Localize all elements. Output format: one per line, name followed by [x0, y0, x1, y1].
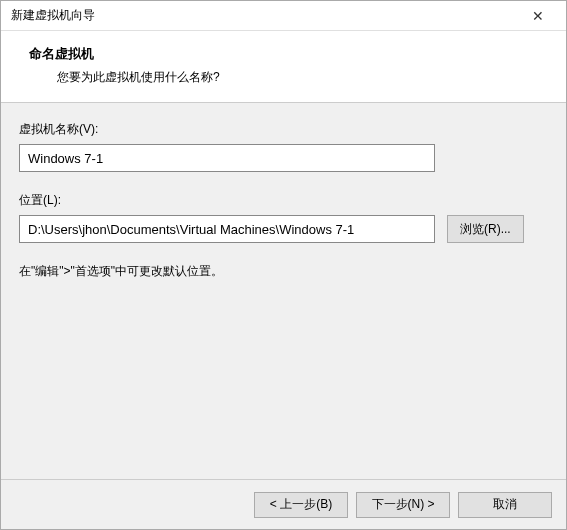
vm-name-label: 虚拟机名称(V):: [19, 121, 548, 138]
cancel-button[interactable]: 取消: [458, 492, 552, 518]
next-button[interactable]: 下一步(N) >: [356, 492, 450, 518]
vm-name-group: 虚拟机名称(V):: [19, 121, 548, 172]
wizard-footer: < 上一步(B) 下一步(N) > 取消: [1, 479, 566, 529]
back-button[interactable]: < 上一步(B): [254, 492, 348, 518]
header-subtitle: 您要为此虚拟机使用什么名称?: [57, 69, 548, 86]
location-row: 浏览(R)...: [19, 215, 548, 243]
wizard-window: 新建虚拟机向导 ✕ 命名虚拟机 您要为此虚拟机使用什么名称? 虚拟机名称(V):…: [0, 0, 567, 530]
wizard-content: 虚拟机名称(V): 位置(L): 浏览(R)... 在"编辑">"首选项"中可更…: [1, 103, 566, 479]
vm-location-label: 位置(L):: [19, 192, 548, 209]
wizard-header: 命名虚拟机 您要为此虚拟机使用什么名称?: [1, 31, 566, 103]
vm-location-input[interactable]: [19, 215, 435, 243]
header-title: 命名虚拟机: [29, 45, 548, 63]
vm-name-input[interactable]: [19, 144, 435, 172]
browse-button[interactable]: 浏览(R)...: [447, 215, 524, 243]
titlebar: 新建虚拟机向导 ✕: [1, 1, 566, 31]
vm-location-group: 位置(L): 浏览(R)...: [19, 192, 548, 243]
location-hint: 在"编辑">"首选项"中可更改默认位置。: [19, 263, 548, 280]
window-title: 新建虚拟机向导: [11, 7, 518, 24]
close-button[interactable]: ✕: [518, 2, 558, 30]
